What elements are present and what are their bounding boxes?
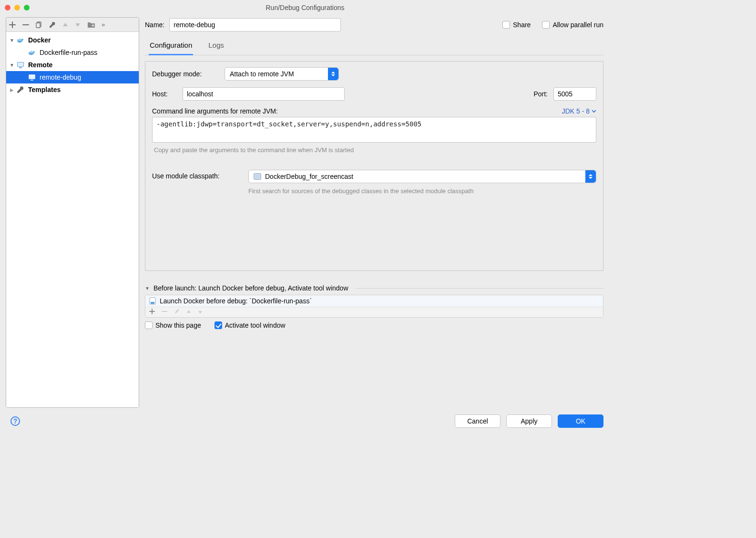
svg-rect-9	[151, 302, 154, 304]
window-title: Run/Debug Configurations	[0, 4, 610, 11]
allow-parallel-checkbox-wrap: Allow parallel run	[542, 21, 603, 29]
tree-item-label[interactable]: Dockerfile-run-pass	[38, 49, 97, 56]
port-label: Port:	[533, 90, 548, 98]
svg-rect-6	[29, 75, 35, 79]
before-launch-section: ▼ Before launch: Launch Docker before de…	[145, 284, 603, 329]
move-down-icon	[198, 309, 203, 316]
tree-node-label[interactable]: Remote	[26, 61, 52, 69]
activate-tool-window-label: Activate tool window	[225, 321, 286, 329]
tree-node-docker: ▼ Docker	[6, 34, 139, 46]
dialog-button-row: ? Cancel Apply OK	[0, 408, 610, 435]
show-this-page-label: Show this page	[155, 321, 201, 329]
jdk-label: JDK 5 - 8	[562, 107, 590, 115]
before-launch-item-label: Launch Docker before debug: `Dockerfile-…	[160, 297, 312, 305]
move-up-icon	[186, 309, 191, 316]
tree-item-remote-debug: remote-debug	[6, 71, 139, 83]
host-label: Host:	[152, 90, 177, 98]
overflow-icon[interactable]: »	[102, 21, 105, 28]
move-up-icon	[62, 22, 68, 28]
tree-item-label[interactable]: remote-debug	[38, 73, 81, 81]
cmdline-hint: Copy and paste the arguments to the comm…	[152, 146, 596, 154]
configuration-panel: Debugger mode: Attach to remote JVM Host…	[145, 61, 603, 271]
module-folder-icon	[254, 173, 261, 180]
activate-tool-window-checkbox-wrap: Activate tool window	[215, 321, 286, 329]
chevron-down-icon[interactable]: ▼	[9, 62, 15, 68]
tree-item-dockerfile-run-pass: Dockerfile-run-pass	[6, 46, 139, 59]
chevron-right-icon[interactable]: ▶	[9, 87, 15, 93]
host-input[interactable]	[183, 87, 345, 101]
module-classpath-value: DockerDebug_for_screencast	[261, 173, 353, 180]
chevron-down-icon	[592, 109, 596, 114]
edit-icon	[174, 309, 180, 316]
wrench-icon	[17, 86, 24, 93]
config-sidebar: » ▼ Docker Dockerfile-run-pass ▼ Remote …	[6, 17, 139, 408]
tab-configuration[interactable]: Configuration	[149, 38, 193, 55]
select-stepper-icon	[585, 170, 596, 183]
module-classpath-help: First search for sources of the debugged…	[248, 187, 596, 196]
before-launch-item[interactable]: Launch Docker before debug: `Dockerfile-…	[145, 295, 603, 307]
docker-icon	[28, 49, 36, 56]
module-classpath-label: Use module classpath:	[152, 170, 243, 180]
tree-node-templates: ▶ Templates	[6, 83, 139, 96]
show-this-page-checkbox-wrap: Show this page	[145, 321, 201, 329]
tab-row: Configuration Logs	[145, 38, 603, 55]
share-label: Share	[513, 21, 531, 29]
apply-button[interactable]: Apply	[506, 414, 552, 428]
docker-page-icon	[149, 297, 156, 305]
ok-button[interactable]: OK	[558, 414, 603, 428]
svg-rect-7	[31, 80, 33, 81]
docker-icon	[17, 36, 24, 44]
svg-rect-1	[36, 23, 40, 28]
svg-rect-4	[19, 67, 22, 68]
allow-parallel-checkbox[interactable]	[542, 21, 550, 29]
config-tree[interactable]: ▼ Docker Dockerfile-run-pass ▼ Remote re…	[6, 32, 139, 407]
wrench-icon[interactable]	[49, 21, 56, 28]
jdk-selector[interactable]: JDK 5 - 8	[562, 107, 596, 115]
divider	[355, 288, 604, 289]
cmdline-textarea[interactable]: -agentlib:jdwp=transport=dt_socket,serve…	[152, 117, 596, 143]
remove-icon[interactable]	[22, 21, 29, 28]
add-icon[interactable]	[149, 309, 155, 316]
chevron-down-icon[interactable]: ▼	[145, 286, 150, 291]
allow-parallel-label: Allow parallel run	[552, 21, 603, 29]
debugger-mode-value: Attach to remote JVM	[230, 70, 294, 78]
titlebar: Run/Debug Configurations	[0, 0, 610, 15]
show-this-page-checkbox[interactable]	[145, 321, 153, 329]
name-input[interactable]	[169, 18, 341, 31]
tree-node-label[interactable]: Templates	[26, 86, 61, 93]
svg-rect-3	[18, 62, 23, 66]
chevron-down-icon[interactable]: ▼	[9, 38, 15, 43]
move-down-icon	[75, 22, 81, 28]
tree-node-remote: ▼ Remote	[6, 59, 139, 71]
share-checkbox-wrap: Share	[502, 21, 531, 29]
cancel-button[interactable]: Cancel	[455, 414, 501, 428]
select-stepper-icon	[328, 68, 338, 80]
debugger-mode-label: Debugger mode:	[152, 70, 219, 78]
port-input[interactable]	[553, 87, 596, 101]
add-icon[interactable]	[9, 21, 16, 28]
name-label: Name:	[145, 21, 164, 29]
activate-tool-window-checkbox[interactable]	[215, 321, 222, 329]
help-icon[interactable]: ?	[10, 416, 20, 426]
remote-icon	[17, 61, 24, 69]
debugger-mode-select[interactable]: Attach to remote JVM	[225, 67, 339, 81]
remote-icon	[28, 73, 36, 81]
tree-node-label[interactable]: Docker	[26, 36, 51, 44]
share-checkbox[interactable]	[502, 21, 510, 29]
before-launch-header: Before launch: Launch Docker before debu…	[153, 284, 348, 292]
tab-logs[interactable]: Logs	[207, 38, 225, 55]
folder-icon[interactable]	[87, 21, 95, 28]
copy-icon[interactable]	[36, 21, 42, 28]
cmdline-label: Command line arguments for remote JVM:	[152, 107, 278, 115]
remove-icon	[162, 309, 167, 316]
module-classpath-select[interactable]: DockerDebug_for_screencast	[248, 170, 596, 183]
